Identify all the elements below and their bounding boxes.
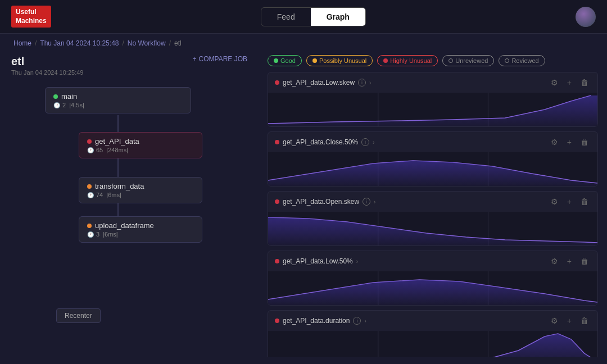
metric-label-low-skew: get_API_data.Low.skew — [283, 79, 355, 87]
plus-icon: + — [193, 55, 197, 63]
header: Useful Machines Feed Graph — [0, 0, 607, 34]
breadcrumb-sep-1: / — [35, 39, 37, 47]
metric-label-low-50: get_API_data.Low.50% — [283, 257, 353, 265]
metric-card-open-skew: get_API_data.Open.skew i › ⚙ + 🗑 — [268, 191, 598, 246]
badge-highly-unusual[interactable]: Highly Unusual — [377, 55, 438, 66]
metric-label-open-skew: get_API_data.Open.skew — [283, 198, 359, 206]
node-upload-dataframe[interactable]: upload_dataframe 🕐 3 |6ms| — [79, 216, 202, 243]
dot-possibly — [312, 58, 317, 63]
chevron-open-skew: › — [374, 199, 375, 205]
chevron-duration: › — [364, 318, 366, 324]
settings-btn-low-50[interactable]: ⚙ — [549, 256, 560, 267]
breadcrumb-date[interactable]: Thu Jan 04 2024 10:25:48 — [40, 39, 119, 47]
metric-actions-open-skew: ⚙ + 🗑 — [549, 196, 591, 207]
metric-card-duration: get_API_data.duration i › ⚙ + 🗑 — [268, 310, 598, 357]
node-get-api-data[interactable]: get_API_data 🕐 65 |248ms| — [79, 132, 202, 158]
metric-header-open-skew: get_API_data.Open.skew i › ⚙ + 🗑 — [268, 192, 597, 212]
tab-feed[interactable]: Feed — [261, 8, 311, 26]
add-btn-close-50[interactable]: + — [565, 136, 574, 148]
breadcrumb-sep-3: / — [169, 39, 171, 47]
chevron-low-skew: › — [369, 80, 371, 86]
dot-low-skew — [275, 80, 279, 85]
dot-main — [53, 94, 58, 99]
delete-btn-open-skew[interactable]: 🗑 — [578, 196, 591, 207]
node-get-api-meta: 🕐 65 |248ms| — [87, 147, 194, 153]
nav-tabs: Feed Graph — [261, 7, 366, 26]
breadcrumb: Home / Thu Jan 04 2024 10:25:48 / No Wor… — [0, 34, 607, 49]
node-main[interactable]: main 🕐 2 |4.5s| — [45, 87, 191, 113]
clock-icon: 🕐 — [53, 102, 60, 108]
metric-title-low-50: get_API_data.Low.50% › — [275, 257, 358, 265]
add-btn-duration[interactable]: + — [565, 315, 574, 326]
chart-low-skew — [268, 93, 597, 126]
badge-good[interactable]: Good — [268, 55, 302, 66]
delete-btn-low-50[interactable]: 🗑 — [578, 256, 591, 267]
chart-low-50 — [268, 271, 597, 305]
metric-title-open-skew: get_API_data.Open.skew i › — [275, 198, 375, 206]
breadcrumb-workflow[interactable]: No Workflow — [128, 39, 166, 47]
info-icon-close-50[interactable]: i — [361, 138, 369, 146]
settings-btn-duration[interactable]: ⚙ — [549, 315, 560, 326]
add-btn-open-skew[interactable]: + — [565, 196, 574, 207]
delete-btn-low-skew[interactable]: 🗑 — [578, 77, 591, 88]
badge-possibly-unusual[interactable]: Possibly Unusual — [306, 55, 373, 66]
dot-get-api — [87, 139, 92, 144]
breadcrumb-sep-2: / — [122, 39, 124, 47]
tab-graph[interactable]: Graph — [311, 8, 365, 26]
badge-reviewed[interactable]: Reviewed — [499, 55, 545, 66]
dot-highly — [383, 58, 388, 63]
node-transform-data[interactable]: transform_data 🕐 74 |6ms| — [79, 177, 202, 203]
dot-close-50 — [275, 140, 279, 144]
node-main-label: main — [61, 92, 77, 101]
breadcrumb-job: etl — [174, 39, 182, 47]
breadcrumb-home[interactable]: Home — [13, 39, 31, 47]
metric-header-low-skew: get_API_data.Low.skew i › ⚙ + 🗑 — [268, 72, 597, 93]
right-panel: Good Possibly Unusual Highly Unusual Unr… — [259, 49, 607, 357]
info-icon-low-skew[interactable]: i — [358, 79, 366, 87]
info-icon-open-skew[interactable]: i — [363, 198, 370, 206]
metric-card-low-skew: get_API_data.Low.skew i › ⚙ + 🗑 — [268, 72, 598, 127]
connector-lines — [11, 87, 247, 329]
node-transform-label: transform_data — [95, 182, 144, 190]
metric-actions-close-50: ⚙ + 🗑 — [549, 136, 591, 148]
dot-good — [274, 58, 278, 63]
recenter-button[interactable]: Recenter — [56, 308, 101, 323]
settings-btn-low-skew[interactable]: ⚙ — [549, 77, 560, 88]
metric-title-close-50: get_API_data.Close.50% i › — [275, 138, 374, 146]
clock-icon-2: 🕐 — [87, 147, 94, 153]
settings-btn-close-50[interactable]: ⚙ — [549, 136, 560, 148]
metric-label-duration: get_API_data.duration — [283, 317, 350, 325]
settings-btn-open-skew[interactable]: ⚙ — [549, 196, 560, 207]
node-transform-meta: 🕐 74 |6ms| — [87, 192, 194, 198]
graph-area: main 🕐 2 |4.5s| get_API_data 🕐 65 |248ms… — [11, 87, 247, 329]
compare-job-button[interactable]: + COMPARE JOB — [193, 55, 247, 63]
metric-card-low-50: get_API_data.Low.50% › ⚙ + 🗑 — [268, 251, 598, 306]
left-panel: etl Thu Jan 04 2024 10:25:49 + COMPARE J… — [0, 49, 259, 357]
badge-unreviewed[interactable]: Unreviewed — [442, 55, 494, 66]
metric-title-duration: get_API_data.duration i › — [275, 317, 366, 325]
delete-btn-duration[interactable]: 🗑 — [578, 315, 591, 326]
dot-upload — [87, 224, 92, 228]
add-btn-low-skew[interactable]: + — [565, 77, 574, 88]
dot-reviewed — [505, 58, 509, 63]
add-btn-low-50[interactable]: + — [565, 256, 574, 267]
metric-header-duration: get_API_data.duration i › ⚙ + 🗑 — [268, 311, 597, 331]
avatar-image — [576, 7, 596, 27]
metric-actions-low-50: ⚙ + 🗑 — [549, 256, 591, 267]
chart-close-50 — [268, 152, 597, 186]
metric-title-low-skew: get_API_data.Low.skew i › — [275, 79, 371, 87]
delete-btn-close-50[interactable]: 🗑 — [578, 136, 591, 148]
chart-open-skew — [268, 212, 597, 245]
info-icon-duration[interactable]: i — [353, 317, 361, 325]
clock-icon-4: 🕐 — [87, 231, 94, 238]
dot-duration — [275, 319, 279, 323]
metric-header-low-50: get_API_data.Low.50% › ⚙ + 🗑 — [268, 251, 597, 271]
avatar[interactable] — [576, 7, 596, 27]
node-upload-label: upload_dataframe — [95, 221, 154, 230]
metric-actions-duration: ⚙ + 🗑 — [549, 315, 591, 326]
filter-bar: Good Possibly Unusual Highly Unusual Unr… — [268, 55, 598, 66]
metric-card-close-50: get_API_data.Close.50% i › ⚙ + 🗑 — [268, 131, 598, 186]
dot-low-50 — [275, 259, 279, 263]
chart-duration — [268, 331, 597, 357]
node-get-api-label: get_API_data — [95, 137, 139, 145]
